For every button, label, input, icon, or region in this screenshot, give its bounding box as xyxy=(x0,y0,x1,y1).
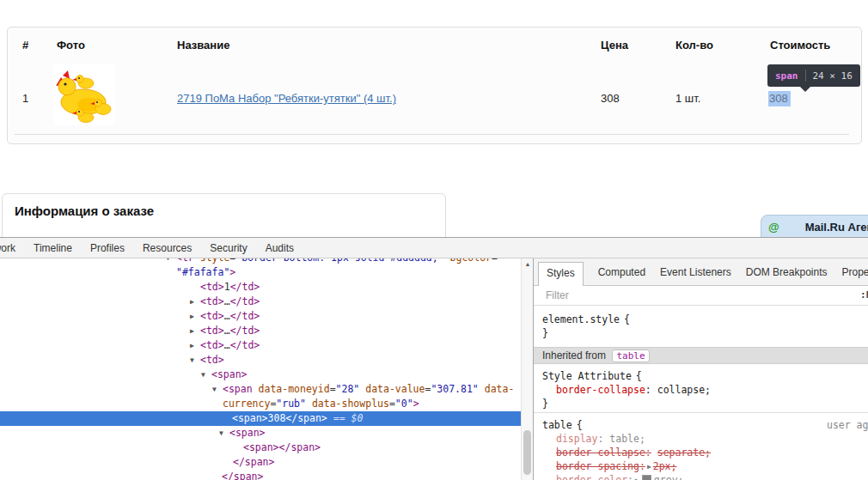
dom-tree-line[interactable]: currency="rub" data-showplus="0"> xyxy=(0,397,521,411)
css-property-border-collapse[interactable]: border-collapse: separate; xyxy=(542,446,868,459)
css-property-border-color[interactable]: border-color:▶grey; xyxy=(542,473,868,480)
dom-tree-line[interactable]: ▼<tr style="border-bottom: 1px solid #dd… xyxy=(0,258,521,265)
expand-arrow-icon[interactable]: ▶ xyxy=(635,474,639,480)
color-swatch[interactable] xyxy=(642,475,651,480)
expanded-arrow-icon[interactable]: ▼ xyxy=(219,426,229,441)
expanded-arrow-icon[interactable]: ▼ xyxy=(166,258,176,265)
dom-tree-line[interactable]: ▶<td>…</td> xyxy=(0,338,521,353)
devtools-tab-security[interactable]: Security xyxy=(210,242,247,254)
row-divider xyxy=(15,134,849,135)
expanded-arrow-icon[interactable]: ▼ xyxy=(190,353,200,368)
dom-token-tag: <td> xyxy=(200,325,224,337)
dom-token-tag: <td> xyxy=(200,354,224,366)
dom-token-plain: … xyxy=(224,295,230,307)
dom-token-tag: <tr xyxy=(176,258,200,264)
dom-token-tag: <td> xyxy=(200,339,224,351)
collapsed-arrow-icon[interactable]: ▶ xyxy=(190,295,200,309)
css-property-value: separate; xyxy=(657,447,711,459)
devtools-tab-profiles[interactable]: Profiles xyxy=(90,242,125,254)
dom-tree-line-selected[interactable]: <span>308</span> == $0 xyxy=(0,411,521,426)
sidebar-tab-styles[interactable]: Styles xyxy=(538,262,584,286)
dom-token-tag: <td> xyxy=(200,310,224,322)
dom-tree-line[interactable]: ▶<td>…</td> xyxy=(0,324,521,338)
collapsed-arrow-icon[interactable]: ▶ xyxy=(190,324,200,338)
column-header-name: Название xyxy=(177,39,229,52)
mailru-agent-panel[interactable]: @ Mail.Ru Агент xyxy=(761,215,868,239)
dom-token-tag: <td> xyxy=(200,295,224,307)
column-header-num: # xyxy=(22,39,28,52)
sidebar-tab-dom-breakpoints[interactable]: DOM Breakpoints xyxy=(746,262,828,285)
hov-toggle[interactable]: :hov xyxy=(860,289,868,301)
elements-scrollbar[interactable]: ▲ xyxy=(521,258,534,480)
product-link[interactable]: 2719 ПоМа Набор "Ребятки-утятки" (4 шт.) xyxy=(177,92,396,105)
table-rule-section: table{ user agent stylesheet display: ta… xyxy=(534,413,868,480)
collapsed-arrow-icon[interactable]: ▶ xyxy=(190,338,200,353)
dom-token-tag: </span> xyxy=(279,441,321,453)
sidebar-tab-event-listeners[interactable]: Event Listeners xyxy=(660,262,731,285)
dom-token-tag: </td> xyxy=(230,281,260,293)
scrollbar-thumb[interactable] xyxy=(523,430,531,475)
expanded-arrow-icon[interactable]: ▼ xyxy=(201,368,211,382)
dom-tree-line[interactable]: "#fafafa"> xyxy=(0,265,521,280)
open-brace: { xyxy=(636,370,642,382)
devtools-tab-resources[interactable]: Resources xyxy=(143,242,192,254)
dom-token-attr: bgcolor xyxy=(450,258,492,264)
dom-token-plain xyxy=(479,383,485,395)
dom-token-hint: == $0 xyxy=(327,412,364,424)
filter-input[interactable]: Filter xyxy=(546,289,569,301)
tooltip-divider xyxy=(805,70,806,82)
dom-tree-line[interactable]: ▶<td>…</td> xyxy=(0,309,521,324)
element-style-selector[interactable]: element.style xyxy=(542,313,620,325)
expanded-arrow-icon[interactable]: ▼ xyxy=(212,382,223,397)
dom-tree-line[interactable]: ▼<span> xyxy=(0,368,521,382)
style-attribute-selector[interactable]: Style Attribute xyxy=(542,370,632,382)
element-style-section: element.style{ } xyxy=(534,306,868,347)
css-property-border-collapse[interactable]: border-collapse: collapse; xyxy=(542,383,868,397)
dom-token-tag: <td> xyxy=(200,281,224,293)
table-rule-selector[interactable]: table xyxy=(542,419,572,431)
dom-token-plain: 1 xyxy=(224,281,230,293)
sidebar-tab-properties[interactable]: Properties xyxy=(841,262,868,285)
dom-token-plain: 308 xyxy=(268,412,286,424)
expand-arrow-icon[interactable]: ▶ xyxy=(647,460,651,474)
order-info-title: Информация о заказе xyxy=(15,204,445,218)
collapsed-arrow-icon[interactable]: ▶ xyxy=(190,309,200,324)
qty-cell: 1 шт. xyxy=(675,92,700,105)
dom-tree-line[interactable]: ▼<span> xyxy=(0,426,521,441)
devtools-tab-timeline[interactable]: Timeline xyxy=(34,242,72,254)
dom-token-attr: style xyxy=(200,258,230,264)
mailru-agent-label: Mail.Ru Агент xyxy=(805,221,868,234)
scroll-up-arrow-icon[interactable]: ▲ xyxy=(522,258,534,270)
dom-tree: ▼<tr style="border-bottom: 1px solid #dd… xyxy=(0,258,521,480)
dom-tree-line[interactable]: <span></span> xyxy=(0,441,521,455)
dom-tree-line[interactable]: ▶<td>…</td> xyxy=(0,295,521,309)
sidebar-tab-computed[interactable]: Computed xyxy=(598,262,645,285)
css-property-name: border-collapse xyxy=(556,447,645,459)
css-property-border-spacing[interactable]: border-spacing:▶2px; xyxy=(542,459,868,473)
dom-tree-line[interactable]: ▼<span data-moneyid="28" data-value="307… xyxy=(0,382,521,397)
inspect-tooltip: span 24 × 16 xyxy=(767,64,860,87)
css-property-value: collapse; xyxy=(657,384,711,396)
devtools-tab-network[interactable]: Network xyxy=(0,242,15,254)
stylesheet-origin-label: user agent stylesheet xyxy=(827,418,868,432)
dom-token-plain xyxy=(306,398,312,410)
dom-tree-line[interactable]: </span> xyxy=(0,470,521,480)
inherited-from-bar: Inherited from table xyxy=(534,347,868,364)
cost-cell: 308 xyxy=(768,92,791,105)
dom-token-plain xyxy=(444,258,450,264)
css-property-name: display xyxy=(556,433,597,445)
column-header-qty: Кол-во xyxy=(675,39,713,52)
product-photo[interactable] xyxy=(54,64,114,125)
dom-tree-line[interactable]: <td>1</td> xyxy=(0,280,521,295)
row-number: 1 xyxy=(22,92,28,105)
dom-tree-line[interactable]: ▼<td> xyxy=(0,353,521,368)
dom-tree-line[interactable]: </span> xyxy=(0,455,521,470)
tooltip-dimensions: 24 × 16 xyxy=(813,70,853,82)
css-property-display[interactable]: display: table; xyxy=(542,432,868,446)
dom-token-tag: <span> xyxy=(243,441,279,453)
inherited-node-link[interactable]: table xyxy=(612,349,649,362)
devtools-tab-audits[interactable]: Audits xyxy=(266,242,294,254)
page: { "order_table": { "headers": { "num": "… xyxy=(0,0,868,480)
css-property-name: border-color xyxy=(556,474,627,480)
dom-token-plain: = xyxy=(330,383,336,395)
